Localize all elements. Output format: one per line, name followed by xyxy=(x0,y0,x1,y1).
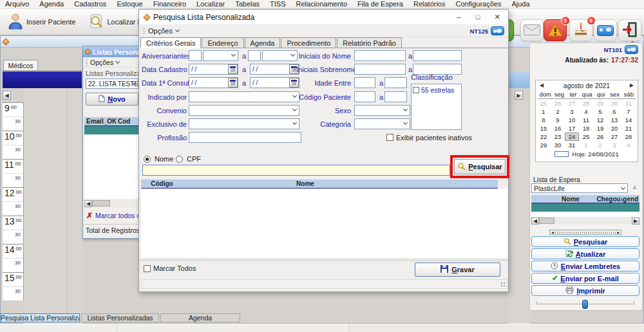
calendar-day[interactable]: 17 xyxy=(565,124,579,133)
menu-tiss[interactable]: TISS xyxy=(265,0,290,8)
name-initials-from-input[interactable] xyxy=(354,50,406,61)
dialog-titlebar[interactable]: Pesquisa Lista Personalizada – □ ✕ xyxy=(139,10,508,25)
menu-tabelas[interactable]: Tabelas xyxy=(230,0,265,8)
calendar-day[interactable]: 16 xyxy=(551,124,565,133)
first-visit-date-from-input[interactable]: / / xyxy=(189,77,238,88)
register-date-from-input[interactable]: / / xyxy=(189,64,238,75)
patient-code-from-input[interactable] xyxy=(354,91,375,102)
dialog-options-menu[interactable]: Opções NT125 xyxy=(139,25,508,37)
scroll-left-icon[interactable]: ◀ xyxy=(531,217,539,225)
radio-cpf[interactable]: CPF xyxy=(176,155,201,163)
calendar-day[interactable]: 30 xyxy=(551,141,565,149)
today-label[interactable]: Hoje: 24/08/2021 xyxy=(572,151,618,158)
waiting-list-selected-row[interactable] xyxy=(531,203,639,212)
page-size-slider[interactable]: ◀ ▶ xyxy=(549,230,621,235)
menu-ajuda[interactable]: Ajuda xyxy=(506,0,535,8)
maximize-button[interactable]: □ xyxy=(468,10,488,24)
resize-grip[interactable] xyxy=(500,282,506,287)
mark-all-link[interactable]: ✗ Marcar todos c xyxy=(86,211,140,220)
close-button[interactable]: ✕ xyxy=(488,10,507,24)
calendar-prev-icon[interactable]: ◀ xyxy=(540,82,544,88)
calendar-day[interactable]: 5 xyxy=(593,107,607,116)
search-text-input[interactable] xyxy=(142,165,450,176)
agenda-scroll-right-button[interactable]: ▶ xyxy=(515,91,523,100)
calendar-day[interactable]: 2 xyxy=(551,107,565,116)
calendar-day[interactable]: 24 xyxy=(565,133,579,141)
calendar-day[interactable]: 25 xyxy=(536,99,551,107)
alerts-button[interactable]: 2 xyxy=(544,19,567,41)
slider-left-arrow[interactable]: ◀ xyxy=(551,231,554,234)
calendar-day[interactable]: 11 xyxy=(579,116,593,124)
menu-localizar[interactable]: Localizar xyxy=(191,0,230,8)
first-visit-date-to-input[interactable]: / / xyxy=(250,77,299,88)
menu-fila-de-espera[interactable]: Fila de Espera xyxy=(352,0,408,8)
email-button[interactable] xyxy=(520,19,544,41)
slider-right-arrow[interactable]: ▶ xyxy=(617,231,620,234)
calendar-day[interactable]: 27 xyxy=(607,133,621,141)
bottom-tab-pesquisa-lista[interactable]: Pesquisa Lista Personalizada xyxy=(0,313,80,322)
scroll-left-icon[interactable]: ◀ xyxy=(84,200,92,207)
calendar-day[interactable]: 31 xyxy=(565,141,579,149)
menu-estoque[interactable]: Estoque xyxy=(111,0,147,8)
collapse-triangle-icon[interactable]: ▲ xyxy=(631,183,638,190)
dialog-tab-4[interactable]: Procedimento xyxy=(281,37,336,48)
waitlist-search-button[interactable]: Pesquisar xyxy=(531,236,639,247)
support-chat-icon[interactable] xyxy=(625,45,638,54)
chat-button[interactable] xyxy=(594,19,617,41)
calendar-day[interactable]: 13 xyxy=(607,116,621,124)
calendar-day[interactable]: 21 xyxy=(621,124,636,133)
scroll-right-icon[interactable]: ▶ xyxy=(632,217,639,225)
calendar-day[interactable]: 28 xyxy=(579,99,593,107)
calendar-day[interactable]: 30 xyxy=(607,99,621,107)
exclusive-of-select[interactable] xyxy=(189,118,299,129)
birthday-month-to-select[interactable] xyxy=(262,50,298,61)
birthday-day-from-input[interactable] xyxy=(189,50,202,61)
calendar-next-icon[interactable]: ▶ xyxy=(630,82,634,88)
calendar-day[interactable]: 29 xyxy=(536,141,551,149)
search-button[interactable]: Pesquisar xyxy=(454,159,506,174)
calendar-day[interactable]: 20 xyxy=(607,124,621,133)
calendar-day[interactable]: 18 xyxy=(579,124,593,133)
dialog-tab-2[interactable]: Endereço xyxy=(202,37,243,48)
calendar-day[interactable]: 6 xyxy=(607,107,621,116)
birthday-day-to-input[interactable] xyxy=(248,50,261,61)
birthdays-button[interactable]: 0 xyxy=(569,19,592,41)
calendar-day[interactable]: 7 xyxy=(621,107,636,116)
referred-by-select[interactable] xyxy=(189,91,299,102)
menu-relatórios[interactable]: Relatórios xyxy=(408,0,451,8)
calendar-day[interactable]: 27 xyxy=(565,99,579,107)
calendar-day[interactable]: 14 xyxy=(621,116,636,124)
insurance-select[interactable] xyxy=(189,105,299,116)
dialog-tab-3[interactable]: Agenda xyxy=(245,37,281,48)
calendar-day[interactable]: 28 xyxy=(621,133,636,141)
agenda-grid-area[interactable] xyxy=(24,89,83,332)
calendar-day[interactable]: 10 xyxy=(565,116,579,124)
calendar-day[interactable]: 4 xyxy=(579,107,593,116)
calendar-day[interactable]: 19 xyxy=(593,124,607,133)
list-selector-combo[interactable]: 22. LISTA TESTE xyxy=(86,78,138,89)
sex-select[interactable] xyxy=(354,105,410,116)
calendar-day[interactable]: 23 xyxy=(551,133,565,141)
menu-configurações[interactable]: Configurações xyxy=(450,0,506,8)
calendar-day[interactable]: 26 xyxy=(551,99,565,107)
zoom-slider[interactable] xyxy=(536,299,634,309)
calendar-picker-icon[interactable] xyxy=(228,64,238,74)
agenda-scroll-left-button[interactable]: ◀ xyxy=(3,91,11,100)
calendar-day[interactable]: 3 xyxy=(607,141,621,149)
calendar-day[interactable]: 1 xyxy=(536,107,551,116)
send-reminders-button[interactable]: Enviar Lembretes xyxy=(531,261,639,272)
age-to-input[interactable] xyxy=(384,77,407,88)
dialog-tab-1[interactable]: Critérios Gerais xyxy=(140,37,201,48)
minimize-button[interactable]: – xyxy=(449,10,468,24)
calendar-day[interactable]: 4 xyxy=(621,141,636,149)
radio-nome[interactable]: Nome xyxy=(144,155,173,163)
category-select[interactable] xyxy=(354,118,410,129)
age-from-input[interactable] xyxy=(354,77,375,88)
stars-checkbox[interactable] xyxy=(413,87,419,93)
menu-agenda[interactable]: Agenda xyxy=(34,0,69,8)
calendar-day[interactable]: 8 xyxy=(536,116,551,124)
register-date-to-input[interactable]: / / xyxy=(250,64,299,75)
slider-handle[interactable] xyxy=(582,300,588,309)
refresh-button[interactable]: Atualizar xyxy=(531,248,639,259)
send-email-button[interactable]: ✔ Enviar por E-mail xyxy=(531,273,639,284)
